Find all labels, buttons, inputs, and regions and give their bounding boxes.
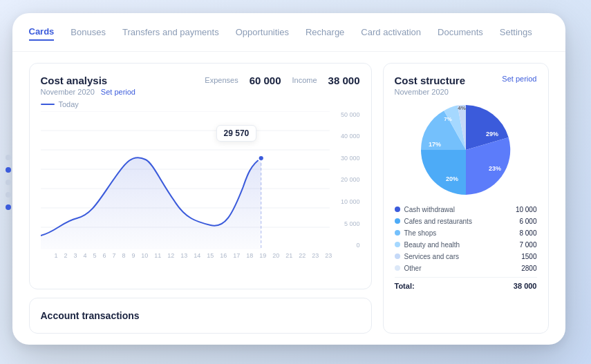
legend-item-5: Services and cars 1500 <box>395 251 537 262</box>
chart-x-labels: 123 456 789 101112 131415 161718 192021 … <box>41 249 360 259</box>
card-header-left: Cost analysis November 2020 Set period <box>41 75 136 96</box>
cost-analysis-card: Cost analysis November 2020 Set period E… <box>29 63 372 289</box>
cost-structure-title: Cost structure <box>395 75 466 86</box>
nav-item-recharge[interactable]: Recharge <box>306 24 344 40</box>
side-dot-1[interactable] <box>6 155 11 160</box>
legend-value-5: 1500 <box>521 253 536 260</box>
nav-item-card-activation[interactable]: Card activation <box>361 24 421 40</box>
right-header-left: Cost structure November 2020 <box>395 75 466 96</box>
right-card-header: Cost structure November 2020 Set period <box>395 75 537 96</box>
legend-item-6: Other 2800 <box>395 262 537 274</box>
chart-tooltip: 29 570 <box>216 125 257 142</box>
svg-text:17%: 17% <box>428 141 440 148</box>
legend-label-6: Other <box>404 265 422 272</box>
nav-item-opportunities[interactable]: Opportunities <box>236 24 289 40</box>
legend-label-3: The shops <box>404 229 437 237</box>
nav-item-bonuses[interactable]: Bonuses <box>71 24 106 40</box>
chart-y-labels: 50 000 40 000 30 000 20 000 10 000 5 000… <box>332 111 360 249</box>
legend-value-4: 7 000 <box>519 241 536 249</box>
total-value: 38 000 <box>514 282 537 290</box>
side-dot-4[interactable] <box>6 192 11 198</box>
card-header: Cost analysis November 2020 Set period E… <box>41 75 360 96</box>
expenses-value: 60 000 <box>250 75 281 86</box>
main-content: Cost analysis November 2020 Set period E… <box>12 52 565 345</box>
left-panel: Cost analysis November 2020 Set period E… <box>29 63 372 334</box>
legend-dot-4 <box>395 242 400 247</box>
device-wrapper: Cards Bonuses Transfers and payments Opp… <box>12 13 579 352</box>
nav-item-transfers[interactable]: Transfers and payments <box>122 24 219 40</box>
svg-text:20%: 20% <box>445 175 458 182</box>
svg-text:4%: 4% <box>458 105 466 111</box>
cost-structure-set-period[interactable]: Set period <box>502 75 536 83</box>
tablet: Cards Bonuses Transfers and payments Opp… <box>12 13 565 345</box>
legend-value-2: 6 000 <box>519 218 536 225</box>
legend-dot-5 <box>395 253 400 259</box>
total-label: Total: <box>395 282 415 290</box>
legend-value-6: 2800 <box>521 265 536 272</box>
card-subtitle: November 2020 Set period <box>41 88 136 96</box>
legend-line <box>41 104 55 105</box>
chart-area: 29 570 50 000 40 000 30 000 20 000 10 00… <box>41 111 360 249</box>
expenses-label: Expenses <box>205 76 238 84</box>
svg-text:7%: 7% <box>444 116 452 122</box>
legend-item-1: Cash withdrawal 10 000 <box>395 204 537 215</box>
side-dot-5[interactable] <box>6 204 11 210</box>
legend-item-3: The shops 8 000 <box>395 227 537 239</box>
nav: Cards Bonuses Transfers and payments Opp… <box>12 13 565 52</box>
transactions-card: Account transactions <box>29 298 372 334</box>
legend-label-5: Services and cars <box>404 253 459 260</box>
legend-item-2: Cafes and restaurants 6 000 <box>395 215 537 227</box>
legend-total: Total: 38 000 <box>395 277 537 290</box>
side-dots <box>6 155 11 210</box>
legend-label-1: Cash withdrawal <box>404 206 455 213</box>
legend-value-1: 10 000 <box>516 206 537 213</box>
set-period-link[interactable]: Set period <box>101 88 135 96</box>
side-dot-2[interactable] <box>6 167 11 173</box>
transactions-title: Account transactions <box>41 310 140 321</box>
nav-item-settings[interactable]: Settings <box>500 24 532 40</box>
cost-structure-subtitle: November 2020 <box>395 88 466 96</box>
right-panel: Cost structure November 2020 Set period <box>383 63 549 334</box>
legend-dot-6 <box>395 265 400 271</box>
legend-item-4: Beauty and health 7 000 <box>395 239 537 251</box>
legend-dot-2 <box>395 218 400 224</box>
nav-item-documents[interactable]: Documents <box>438 24 483 40</box>
legend-label-2: Cafes and restaurants <box>404 218 472 225</box>
cost-structure-card: Cost structure November 2020 Set period <box>383 63 549 334</box>
header-stats: Expenses 60 000 Income 38 000 <box>205 75 359 86</box>
today-legend: Today <box>41 100 360 108</box>
legend-list: Cash withdrawal 10 000 Cafes and restaur… <box>395 204 537 274</box>
legend-label-4: Beauty and health <box>404 241 460 249</box>
svg-text:23%: 23% <box>488 165 500 172</box>
legend-dot-1 <box>395 207 400 212</box>
today-label: Today <box>59 100 79 108</box>
line-chart <box>41 111 330 249</box>
pie-chart: 29% 23% 20% 17% 7% 4% <box>418 102 514 198</box>
pie-container: 29% 23% 20% 17% 7% 4% <box>395 102 537 198</box>
legend-value-3: 8 000 <box>519 229 536 237</box>
side-dot-3[interactable] <box>6 180 11 185</box>
income-value: 38 000 <box>328 75 360 86</box>
legend-dot-3 <box>395 230 400 236</box>
card-title: Cost analysis <box>41 75 136 86</box>
nav-item-cards[interactable]: Cards <box>29 23 55 41</box>
income-label: Income <box>292 76 317 84</box>
svg-text:29%: 29% <box>485 131 498 137</box>
